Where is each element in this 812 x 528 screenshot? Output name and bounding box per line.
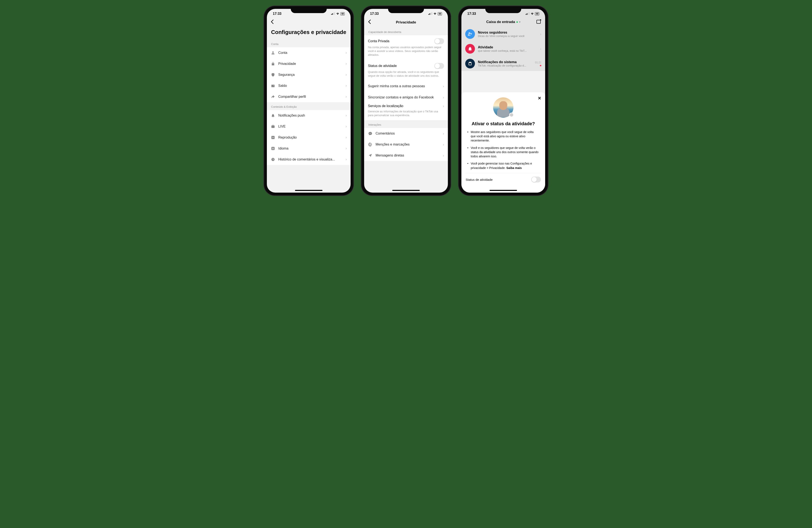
location-label: Serviços de localização — [368, 104, 403, 108]
row-security[interactable]: Segurança › — [267, 69, 351, 80]
row-label: Idioma — [278, 147, 343, 150]
back-button[interactable] — [271, 19, 274, 25]
avatar-wrap — [466, 97, 541, 118]
svg-rect-15 — [526, 14, 526, 15]
live-icon — [271, 124, 275, 129]
sheet-bullets: Mostre aos seguidores que você segue de … — [466, 130, 541, 170]
row-mentions[interactable]: Menções e marcações › — [364, 139, 448, 150]
chevron-right-icon: › — [346, 50, 347, 55]
screen-privacy: 17:33 48 Privacidade Capacidade de desco… — [364, 9, 448, 193]
row-live[interactable]: LIVE › — [267, 121, 351, 132]
svg-rect-16 — [527, 13, 527, 15]
chevron-right-icon: › — [346, 84, 347, 88]
wifi-icon — [433, 12, 437, 16]
row-account[interactable]: Conta › — [267, 47, 351, 58]
svg-point-12 — [369, 133, 370, 134]
chevron-right-icon: › — [346, 157, 347, 162]
clock-icon — [271, 157, 275, 162]
inbox-row-sub: Dicas do Vinni começou a seguir você — [478, 34, 537, 37]
row-private-account: Conta Privada Na conta privada, apenas u… — [364, 35, 448, 60]
compose-button[interactable] — [536, 19, 541, 25]
row-suggest-account[interactable]: Sugerir minha conta a outras pessoas › — [364, 81, 448, 92]
status-indicators: 48 — [526, 12, 539, 16]
activity-status-label: Status de atividade — [368, 64, 397, 68]
section-header-account: Conta — [267, 40, 351, 47]
inbox-row-sub: TikTok: Atualização de configuração d... — [478, 64, 532, 67]
svg-rect-1 — [332, 13, 333, 15]
status-indicators: 48 — [331, 12, 345, 16]
svg-rect-0 — [331, 14, 332, 15]
battery-icon: 48 — [340, 12, 345, 15]
row-direct-messages[interactable]: Mensagens diretas › — [364, 150, 448, 161]
home-indicator[interactable] — [490, 190, 517, 191]
inbox-title-button[interactable]: Caixa de entrada ▾ — [486, 20, 520, 24]
inbox-header: Caixa de entrada ▾ — [461, 17, 545, 27]
activity-status-toggle[interactable] — [434, 63, 444, 69]
status-time: 17:33 — [467, 12, 476, 16]
learn-more-link[interactable]: Saiba mais — [506, 166, 522, 170]
wifi-icon — [336, 12, 339, 16]
row-comments[interactable]: Comentários › — [364, 128, 448, 139]
unread-dot-icon — [540, 65, 541, 66]
activity-icon — [465, 44, 475, 54]
row-label: Reprodução — [278, 136, 343, 139]
suggest-label: Sugerir minha conta a outras pessoas — [368, 84, 443, 88]
account-list: Conta › Privacidade › Segurança › Saldo … — [267, 47, 351, 102]
content-list: Notificações push › LIVE › Reprodução › … — [267, 110, 351, 165]
sheet-activity-toggle[interactable] — [531, 177, 541, 182]
svg-point-14 — [371, 133, 371, 134]
system-icon — [465, 59, 475, 69]
row-sync-contacts[interactable]: Sincronizar contatos e amigos do Faceboo… — [364, 92, 448, 103]
row-activity-status: Status de atividade Quando essa opção fo… — [364, 60, 448, 81]
chevron-right-icon: › — [346, 146, 347, 151]
battery-icon: 48 — [438, 12, 442, 15]
row-balance[interactable]: Saldo › — [267, 80, 351, 91]
activity-status-sheet: ✕ Ativar o status da atividade? Mostre a… — [461, 92, 545, 193]
nav-title: Privacidade — [396, 20, 416, 25]
svg-rect-9 — [430, 13, 430, 15]
svg-rect-10 — [431, 13, 431, 15]
inbox-row-activity[interactable]: Atividade que talvez você conheça, está … — [461, 41, 545, 56]
play-icon — [271, 135, 275, 140]
lock-icon — [271, 61, 275, 66]
followers-icon — [465, 29, 475, 39]
status-dot-icon — [509, 112, 514, 117]
phone-privacy: 17:33 48 Privacidade Capacidade de desco… — [362, 6, 450, 195]
row-share-profile[interactable]: Compartilhar perfil › — [267, 91, 351, 102]
inbox-title-text: Caixa de entrada — [486, 20, 515, 24]
signal-icon — [526, 12, 530, 16]
private-account-toggle[interactable] — [434, 38, 444, 44]
row-history[interactable]: Histórico de comentários e visualiza... … — [267, 154, 351, 165]
sheet-toggle-row: Status de atividade — [466, 173, 541, 182]
chevron-right-icon: › — [346, 113, 347, 118]
comment-icon — [368, 131, 373, 136]
inbox-row-system[interactable]: Notificações do sistema TikTok: Atualiza… — [461, 56, 545, 71]
chevron-right-icon: › — [443, 142, 444, 147]
row-location-services[interactable]: Serviços de localização › Gerencie as in… — [364, 103, 448, 120]
back-button[interactable] — [368, 19, 371, 25]
wifi-icon — [531, 12, 534, 16]
svg-rect-17 — [528, 13, 528, 15]
notch — [485, 6, 521, 13]
inbox-meta: 01:22 — [535, 61, 541, 66]
home-indicator[interactable] — [295, 190, 322, 191]
row-privacy[interactable]: Privacidade › — [267, 58, 351, 69]
chevron-right-icon: › — [540, 32, 541, 36]
language-icon: A — [271, 146, 275, 151]
private-account-desc: Na conta privada, apenas usuários aprova… — [368, 45, 444, 57]
sheet-title: Ativar o status da atividade? — [466, 121, 541, 126]
at-icon — [368, 142, 373, 147]
home-indicator[interactable] — [392, 190, 420, 191]
wallet-icon — [271, 84, 275, 88]
inbox-row-followers[interactable]: Novos seguidores Dicas do Vinni começou … — [461, 27, 545, 41]
phone-inbox: 17:33 48 Caixa de entrada ▾ Novos se — [459, 6, 548, 195]
svg-rect-3 — [334, 12, 335, 15]
screen-inbox: 17:33 48 Caixa de entrada ▾ Novos se — [461, 9, 545, 193]
row-push-notifications[interactable]: Notificações push › — [267, 110, 351, 121]
row-playback[interactable]: Reprodução › — [267, 132, 351, 143]
shield-icon — [271, 73, 275, 77]
online-dot-icon — [517, 21, 518, 23]
section-header-content: Conteúdo & Exibição — [267, 102, 351, 110]
discoverability-list: Conta Privada Na conta privada, apenas u… — [364, 35, 448, 120]
row-language[interactable]: A Idioma › — [267, 143, 351, 154]
